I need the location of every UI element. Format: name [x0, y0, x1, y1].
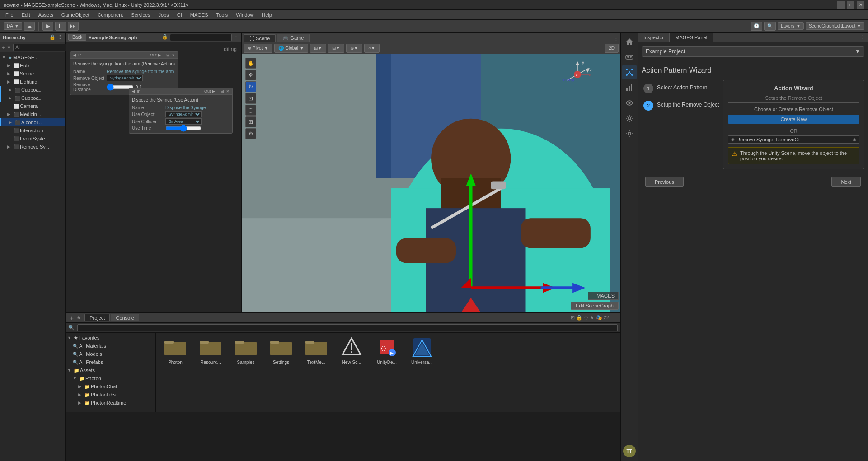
- pause-button[interactable]: ⏸: [55, 22, 66, 31]
- asset-unity-de[interactable]: {} ▶ UnityDe...: [371, 336, 403, 365]
- scenegraph-search[interactable]: [170, 34, 232, 41]
- tree-item-photonrealtime[interactable]: ▶ 📁 PhotonRealtime: [66, 399, 155, 407]
- tree-item-photonlibs[interactable]: ▶ 📁 PhotonLibs: [66, 391, 155, 399]
- asset-textmeshpro[interactable]: TextMe...: [300, 336, 332, 365]
- side-icon-network[interactable]: [622, 65, 637, 79]
- maximize-button[interactable]: □: [847, 1, 854, 9]
- tree-item-cupboard2[interactable]: ▶ ⬛ Cupboa...: [0, 94, 65, 102]
- tab-scene[interactable]: ⛶ Scene: [244, 34, 276, 42]
- tree-item-removesy[interactable]: ▶ ⬛ Remove Sy...: [0, 143, 65, 151]
- side-icon-eye[interactable]: [622, 96, 637, 110]
- tree-item-mages[interactable]: ▼ ★ MAGESE...: [0, 53, 65, 61]
- menu-file[interactable]: File: [2, 11, 17, 19]
- tool-move-icon[interactable]: ✥: [245, 70, 256, 80]
- user-avatar[interactable]: TT: [623, 445, 636, 457]
- grid-btn[interactable]: ⊞▼: [310, 44, 326, 53]
- hierarchy-dropdown-icon[interactable]: ▼: [6, 45, 11, 50]
- tree-item-lighting[interactable]: ▶ ⬜ Lighting: [0, 78, 65, 86]
- close-button[interactable]: ✕: [857, 1, 864, 9]
- sg-use-collider-select[interactable]: BinArea: [165, 118, 202, 125]
- side-icon-vr[interactable]: [622, 50, 637, 64]
- tree-item-all-prefabs[interactable]: 🔍 All Prefabs: [66, 358, 155, 366]
- wizard-step-2[interactable]: 2 Setup the Remove Object: [642, 97, 723, 114]
- minimize-button[interactable]: ─: [837, 1, 845, 9]
- create-new-button[interactable]: Create New: [728, 115, 859, 124]
- menu-edit[interactable]: Edit: [18, 11, 34, 19]
- sg-use-time-slider[interactable]: [165, 126, 202, 130]
- tree-item-camera[interactable]: ⬜ Camera: [0, 102, 65, 110]
- tab-mages-panel[interactable]: MAGES Panel: [670, 33, 713, 42]
- wizard-step-1[interactable]: 1 Select Action Pattern: [642, 80, 723, 97]
- side-icon-settings2[interactable]: [622, 126, 637, 141]
- tab-inspector[interactable]: Inspector: [638, 33, 670, 42]
- layers-dropdown[interactable]: Layers ▼: [778, 22, 804, 30]
- tab-console[interactable]: Console: [111, 314, 139, 321]
- scenegraph-lock-icon[interactable]: 🔒: [162, 34, 168, 41]
- scene-more-icon[interactable]: ⋮: [614, 36, 619, 42]
- side-icon-settings1[interactable]: [622, 111, 637, 126]
- history-button[interactable]: 🕐: [751, 22, 762, 31]
- bottom-add-btn[interactable]: +: [70, 314, 74, 321]
- tool-rotate-icon[interactable]: ↻: [245, 81, 256, 92]
- menu-help[interactable]: Help: [258, 11, 276, 19]
- menu-services[interactable]: Services: [127, 11, 154, 19]
- sg-remove-object-select[interactable]: SyringeAdminister: [107, 75, 143, 81]
- global-dropdown[interactable]: 🌐 Global ▼: [274, 44, 308, 53]
- hierarchy-more-icon[interactable]: ⋮: [57, 34, 62, 40]
- scene-view[interactable]: ✋ ✥ ↻ ⊡ ⬚ ⊞ ⚙ y z: [242, 54, 620, 312]
- layout-dropdown[interactable]: SceneGraphEditLayout ▼: [806, 22, 864, 30]
- asset-universal-rp[interactable]: Universa...: [406, 336, 438, 365]
- menu-assets[interactable]: Assets: [35, 11, 57, 19]
- render-btn[interactable]: ○▼: [364, 44, 380, 53]
- step-button[interactable]: ⏭: [68, 22, 79, 31]
- sg-use-object-select[interactable]: SyringeAdminister: [165, 111, 202, 117]
- back-button[interactable]: Back: [68, 34, 86, 41]
- tree-item-eventsystem[interactable]: ⬛ EventSyste...: [0, 135, 65, 143]
- asset-new-scene[interactable]: New Sc...: [336, 336, 367, 365]
- menu-ci[interactable]: CI: [174, 11, 186, 19]
- tool-settings-icon[interactable]: ⚙: [245, 128, 256, 139]
- snap-btn[interactable]: ⊟▼: [328, 44, 344, 53]
- search-toolbar-button[interactable]: 🔍: [764, 22, 776, 31]
- bottom-star-btn[interactable]: ★: [76, 315, 81, 321]
- asset-photon[interactable]: Photon: [160, 336, 191, 365]
- side-icon-chart[interactable]: [622, 80, 637, 95]
- tree-item-medicine[interactable]: ▶ ⬛ Medicin...: [0, 110, 65, 118]
- project-dropdown[interactable]: Example Project ▼: [642, 46, 864, 57]
- tree-item-all-materials[interactable]: 🔍 All Materials: [66, 342, 155, 350]
- tree-item-interaction[interactable]: ⬛ Interaction: [0, 126, 65, 135]
- cloud-button[interactable]: ☁: [24, 22, 35, 31]
- gizmo-btn[interactable]: ⊛▼: [346, 44, 362, 53]
- tool-hand-icon[interactable]: ✋: [245, 58, 256, 69]
- previous-button[interactable]: Previous: [645, 177, 684, 187]
- menu-window[interactable]: Window: [232, 11, 257, 19]
- tree-item-cupboard1[interactable]: ▶ ⬛ Cupboa...: [0, 86, 65, 94]
- tree-item-photonchat[interactable]: ▶ 📁 PhotonChat: [66, 382, 155, 391]
- scenegraph-more-icon[interactable]: ⋮: [234, 34, 239, 41]
- tool-rect-icon[interactable]: ⬚: [245, 105, 256, 116]
- side-icon-home[interactable]: [622, 34, 637, 49]
- edit-scenegraph-button[interactable]: Edit SceneGraph: [571, 302, 619, 310]
- tab-game[interactable]: 🎮 Game: [277, 34, 310, 42]
- da-dropdown[interactable]: DA ▼: [4, 22, 22, 30]
- tree-item-favorites[interactable]: ▼ ★ Favorites: [66, 334, 155, 342]
- tree-item-assets[interactable]: ▼ 📁 Assets: [66, 366, 155, 374]
- play-button[interactable]: ▶: [42, 22, 53, 31]
- tree-item-hub[interactable]: ▶ ⬜ Hub: [0, 61, 65, 70]
- menu-gameobject[interactable]: GameObject: [58, 11, 93, 19]
- hierarchy-add-icon[interactable]: +: [2, 45, 5, 50]
- 2d-btn[interactable]: 2D: [605, 44, 619, 53]
- bottom-more[interactable]: ⋮: [611, 315, 616, 321]
- tree-item-alcohol[interactable]: ▶ ⬛ Alcohol...: [0, 118, 65, 126]
- tab-project[interactable]: Project: [84, 314, 110, 321]
- hierarchy-lock-icon[interactable]: 🔒: [49, 34, 56, 40]
- tree-item-scene[interactable]: ▶ ⬜ Scene: [0, 70, 65, 78]
- tool-transform-icon[interactable]: ⊞: [245, 116, 256, 127]
- scene-gizmo[interactable]: y z x x <Persp: [562, 59, 593, 90]
- menu-tools[interactable]: Tools: [213, 11, 232, 19]
- bottom-search-icon[interactable]: 🔍: [68, 325, 75, 331]
- tree-item-all-models[interactable]: 🔍 All Models: [66, 350, 155, 358]
- bottom-search-input[interactable]: [77, 324, 618, 331]
- menu-jobs[interactable]: Jobs: [155, 11, 173, 19]
- right-tabs-more[interactable]: ⋮: [858, 34, 868, 40]
